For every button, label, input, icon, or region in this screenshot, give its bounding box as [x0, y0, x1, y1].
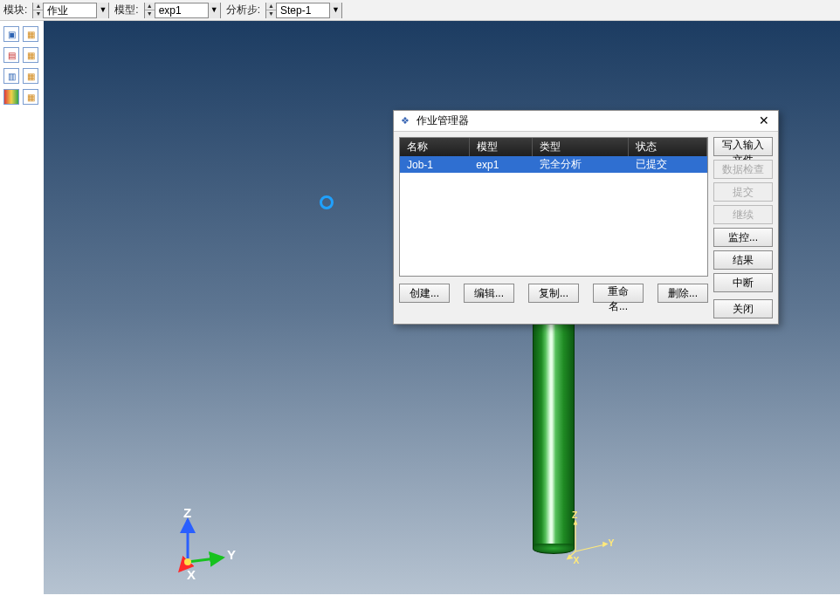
svg-point-3	[184, 558, 191, 565]
tool-palette: ▣ ▦ ▤ ▦ ▥ ▦ ▦	[0, 21, 44, 594]
axis-y-label: Y	[227, 547, 236, 562]
dialog-titlebar[interactable]: ❖ 作业管理器 ✕	[394, 111, 778, 132]
module-label: 模块:	[3, 3, 27, 17]
list2-icon[interactable]: ▦	[23, 68, 38, 84]
results-button[interactable]: 结果	[713, 250, 773, 270]
create-button[interactable]: 创建...	[399, 284, 450, 303]
monitor-button[interactable]: 监控...	[713, 228, 773, 247]
viewport-3d[interactable]: Z Y X Z Y X ❖ 作业管理器 ✕	[44, 21, 840, 594]
list-icon[interactable]: ▦	[23, 47, 38, 63]
step-label: 分析步:	[226, 3, 260, 17]
svg-marker-7	[574, 519, 578, 524]
model-label: 模型:	[114, 3, 138, 17]
model-value: exp1	[155, 3, 208, 18]
module-combo[interactable]: ▲▼ 作业 ▼	[32, 3, 109, 18]
cell-status: 已提交	[629, 156, 707, 173]
model-combo[interactable]: ▲▼ exp1 ▼	[144, 3, 221, 18]
global-triad: Z Y X	[175, 510, 236, 579]
local-triad: Z Y X	[565, 517, 614, 572]
dialog-footer: 创建... 编辑... 复制... 重命名... 删除...	[399, 277, 708, 308]
table-row[interactable]: Job-1 exp1 完全分析 已提交	[400, 156, 707, 173]
col-name[interactable]: 名称	[400, 138, 469, 156]
coexec-icon[interactable]: ▥	[3, 68, 19, 84]
copy-button[interactable]: 复制...	[528, 284, 579, 303]
edit-button[interactable]: 编辑...	[464, 284, 514, 303]
cell-type: 完全分析	[533, 156, 629, 173]
col-status[interactable]: 状态	[629, 138, 707, 156]
cell-model: exp1	[469, 156, 532, 173]
delete-button[interactable]: 删除...	[658, 284, 708, 303]
step-value: Step-1	[277, 3, 329, 18]
module-stepper[interactable]: ▲▼	[33, 3, 44, 18]
continue-button: 继续	[713, 205, 773, 224]
chevron-down-icon[interactable]: ▼	[96, 3, 108, 18]
dialog-side-buttons: 写入输入文件 数据检查 提交 继续 监控... 结果 中断 关闭	[713, 137, 773, 318]
local-axis-x: X	[574, 556, 580, 565]
app-icon: ❖	[399, 115, 411, 127]
step-combo[interactable]: ▲▼ Step-1 ▼	[265, 3, 342, 18]
main-area: ▣ ▦ ▤ ▦ ▥ ▦ ▦	[0, 21, 840, 594]
dialog-title: 作业管理器	[417, 113, 750, 128]
bottom-bar	[0, 594, 840, 616]
table-header-row: 名称 模型 类型 状态	[400, 138, 707, 156]
cell-name: Job-1	[400, 156, 469, 173]
rename-button[interactable]: 重命名...	[593, 284, 644, 303]
job-manager-dialog: ❖ 作业管理器 ✕ 名称 模型 类型 状态	[393, 110, 779, 325]
module-value: 作业	[44, 3, 96, 18]
svg-marker-9	[567, 554, 574, 559]
job-icon[interactable]: ▣	[3, 26, 19, 42]
write-input-button[interactable]: 写入输入文件	[713, 137, 773, 156]
kill-button[interactable]: 中断	[713, 273, 773, 292]
list3-icon[interactable]: ▦	[23, 89, 38, 105]
job-table[interactable]: 名称 模型 类型 状态 Job-1 exp1 完全分析	[399, 137, 708, 277]
svg-line-1	[188, 558, 223, 562]
submit-button: 提交	[713, 182, 773, 202]
optimization-icon[interactable]	[3, 89, 19, 105]
model-stepper[interactable]: ▲▼	[145, 3, 155, 18]
adaptivity-icon[interactable]: ▤	[3, 47, 19, 63]
chevron-down-icon[interactable]: ▼	[208, 3, 220, 18]
local-axis-z: Z	[572, 510, 578, 520]
axis-z-label: Z	[183, 505, 191, 520]
svg-line-5	[575, 544, 605, 551]
context-toolbar: 模块: ▲▼ 作业 ▼ 模型: ▲▼ exp1 ▼ 分析步: ▲▼ Step-1…	[0, 0, 840, 21]
chevron-down-icon[interactable]: ▼	[329, 3, 341, 18]
close-icon[interactable]: ✕	[755, 113, 773, 129]
dismiss-button[interactable]: 关闭	[713, 299, 773, 318]
local-axis-y: Y	[609, 538, 615, 548]
rotation-center-icon	[320, 195, 334, 209]
axis-x-label: X	[187, 567, 196, 582]
job-manager-icon[interactable]: ▦	[23, 26, 38, 42]
data-check-button: 数据检查	[713, 160, 773, 179]
col-model[interactable]: 模型	[469, 138, 532, 156]
col-type[interactable]: 类型	[533, 138, 629, 156]
step-stepper[interactable]: ▲▼	[266, 3, 277, 18]
